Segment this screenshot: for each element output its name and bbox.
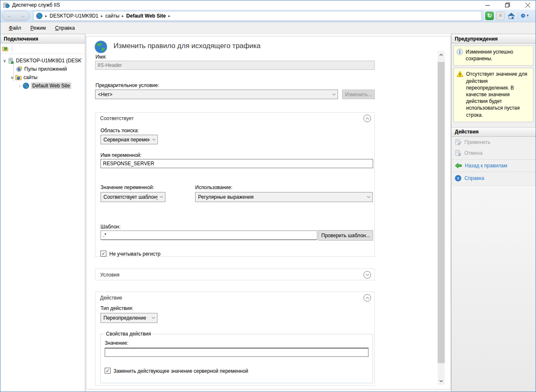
scope-label: Область поиска: — [100, 128, 139, 133]
action-section: Действие Тип действия: Переопределение С… — [95, 292, 375, 386]
minimize-button[interactable] — [483, 1, 492, 9]
collapse-section-button[interactable] — [363, 115, 371, 122]
help-button[interactable]: ? ▼ — [521, 12, 529, 20]
info-alert-text: Изменения успешно сохранены. — [466, 49, 531, 62]
scroll-down-icon[interactable] — [438, 377, 445, 385]
action-type-select[interactable]: Переопределение — [100, 313, 157, 323]
website-globe-icon — [22, 82, 29, 89]
replace-value-checkbox[interactable]: ✓ — [105, 368, 111, 374]
close-button[interactable] — [523, 1, 532, 9]
chevron-expanded-icon[interactable]: ∨ — [10, 75, 15, 80]
restore-button[interactable] — [503, 1, 512, 9]
app-icon — [3, 2, 10, 8]
chevron-down-icon — [149, 313, 157, 323]
cancel-action: Отмена — [451, 148, 536, 159]
chevron-collapsed-icon[interactable]: › — [17, 83, 22, 88]
window-title: Диспетчер служб IIS — [12, 2, 60, 8]
action-section-title: Действие — [100, 295, 122, 301]
chevron-down-icon — [330, 90, 338, 99]
cancel-label: Отмена — [464, 150, 482, 156]
edit-outbound-rule-page: Изменить правило для исходящего трафика … — [86, 36, 451, 389]
save-connection-icon[interactable] — [2, 46, 9, 52]
name-label: Имя: — [95, 54, 107, 60]
variable-value-select[interactable]: Соответствует шаблону — [100, 192, 165, 202]
connections-panel: Подключения ∨ DESKTOP-U1MK9D1 (DESKTOP П… — [0, 34, 85, 392]
svg-text:?: ? — [457, 176, 459, 180]
info-alert: Изменения успешно сохранены. — [454, 46, 533, 66]
edit-precondition-button[interactable]: Изменить... — [342, 90, 375, 99]
conditions-section: Условия — [95, 269, 375, 280]
chevron-expanded-icon[interactable]: ∨ — [2, 58, 7, 64]
ignore-case-checkbox[interactable]: ✓ — [100, 251, 106, 256]
chevron-down-icon — [150, 135, 157, 144]
breadcrumb-item-default-web-site[interactable]: Default Web Site — [126, 13, 166, 19]
nav-buttons: ← → — [2, 11, 30, 21]
variable-name-input[interactable] — [100, 159, 373, 168]
apply-action: Применить — [451, 137, 536, 148]
warning-alert-text: Отсутствует значение для действия переоп… — [466, 71, 531, 118]
scroll-up-icon[interactable] — [438, 51, 445, 59]
connections-toolbar — [0, 44, 85, 54]
collapse-section-button[interactable] — [363, 294, 371, 302]
pattern-input[interactable] — [100, 231, 317, 240]
menu-file[interactable]: Файл — [5, 23, 26, 33]
connections-header: Подключения — [0, 34, 85, 44]
chevron-down-icon: ▼ — [526, 14, 529, 18]
forward-icon[interactable]: → — [20, 13, 26, 18]
test-pattern-button[interactable]: Проверить шаблон... — [318, 230, 373, 241]
match-section: Соответствует Область поиска: Серверная … — [95, 112, 375, 257]
pattern-label: Шаблон: — [100, 224, 121, 230]
chevron-down-icon — [157, 192, 165, 202]
precondition-select[interactable]: <Нет> — [95, 90, 338, 99]
application-pools-icon — [15, 66, 23, 72]
check-icon: ✓ — [101, 251, 105, 256]
tree-item-default-web-site[interactable]: › Default Web Site — [0, 82, 85, 90]
back-to-rules-label: Назад к правилам — [465, 163, 507, 169]
menu-view[interactable]: Режим — [26, 23, 50, 33]
home-button[interactable] — [507, 12, 515, 20]
iis-manager-window: Диспетчер служб IIS ← → ▸ DESKTOP-U1MK9D… — [0, 0, 536, 392]
svg-text:?: ? — [522, 15, 524, 17]
breadcrumb-item-sites[interactable]: сайты — [106, 13, 120, 19]
using-select[interactable]: Регулярные выражения — [195, 192, 373, 202]
conditions-section-title: Условия — [100, 272, 119, 278]
tree-item-sites-label: сайты — [23, 74, 38, 80]
variable-name-label: Имя переменной: — [100, 152, 142, 158]
apply-icon — [455, 139, 461, 146]
alerts-header: Предупреждения — [451, 34, 536, 44]
address-bar: ← → ▸ DESKTOP-U1MK9D1 ▸ сайты ▸ Default … — [0, 10, 536, 22]
action-properties-group: Свойства действия Значение: ✓ Заменить д… — [100, 334, 373, 383]
stop-icon: ✕ — [498, 13, 502, 18]
back-icon[interactable]: ← — [7, 13, 12, 18]
back-to-rules-action[interactable]: Назад к правилам — [451, 161, 536, 171]
actions-header: Действия — [451, 127, 536, 137]
title-bar: Диспетчер служб IIS — [0, 0, 536, 10]
scrollbar-thumb[interactable] — [438, 62, 445, 363]
apply-label: Применить — [464, 139, 490, 145]
help-icon: ? — [455, 175, 461, 182]
stop-button[interactable]: ✕ — [496, 12, 505, 20]
tree-item-server-label: DESKTOP-U1MK9D1 (DESKTOP — [16, 58, 82, 64]
page-title: Изменить правило для исходящего трафика — [113, 42, 260, 50]
globe-icon — [36, 13, 43, 19]
variable-value-label: Значение переменной: — [100, 184, 154, 190]
ignore-case-label: Не учитывать регистр — [109, 251, 160, 257]
refresh-button[interactable]: ↻ — [485, 12, 494, 20]
feature-globe-icon — [94, 40, 108, 54]
right-panel: Предупреждения Изменения успешно сохране… — [451, 34, 536, 392]
tree-item-server[interactable]: ∨ DESKTOP-U1MK9D1 (DESKTOP — [0, 56, 85, 65]
tree-item-app-pools-label: Пулы приложений — [24, 66, 67, 72]
scope-select[interactable]: Серверная переменн — [100, 135, 158, 144]
action-value-input[interactable] — [105, 348, 368, 357]
action-value-label: Значение: — [105, 340, 129, 346]
breadcrumb-separator-icon: ▸ — [101, 14, 103, 18]
vertical-scrollbar[interactable] — [438, 51, 445, 385]
name-input — [95, 61, 375, 70]
breadcrumb: ▸ DESKTOP-U1MK9D1 ▸ сайты ▸ Default Web … — [33, 11, 482, 21]
menu-bar: Файл Режим Справка — [0, 22, 536, 34]
sites-folder-icon — [15, 74, 22, 80]
help-action[interactable]: ? Справка — [451, 173, 536, 184]
menu-help[interactable]: Справка — [51, 23, 79, 33]
expand-section-button[interactable] — [363, 271, 371, 279]
breadcrumb-item-server[interactable]: DESKTOP-U1MK9D1 — [50, 13, 98, 19]
